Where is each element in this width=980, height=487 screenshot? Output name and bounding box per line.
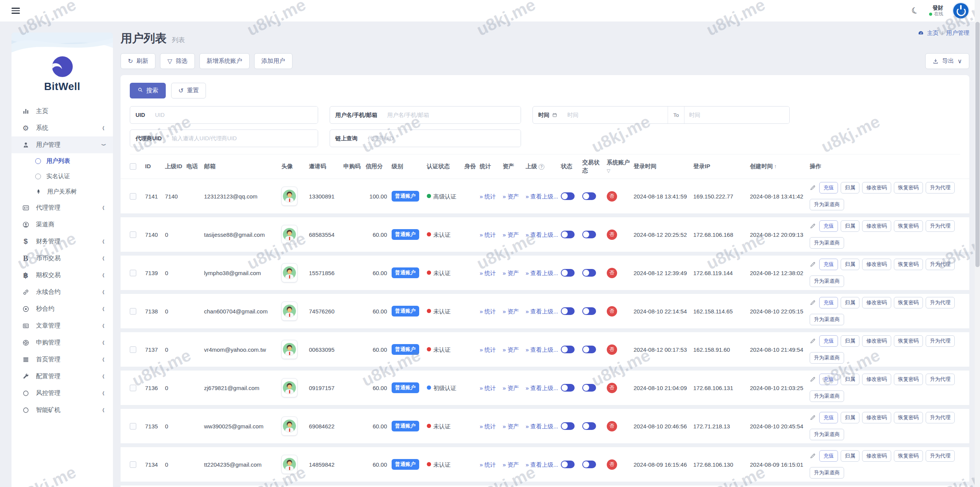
edit-pencil-icon[interactable] [810, 223, 816, 229]
trade-status-toggle[interactable] [582, 346, 596, 353]
op-button[interactable]: 升为代理 [926, 335, 955, 347]
sidebar-subitem[interactable]: 用户关系树 [11, 184, 113, 199]
op-button[interactable]: 修改密码 [862, 259, 891, 270]
op-button[interactable]: 修改密码 [862, 182, 891, 193]
op-button[interactable]: 修改密码 [862, 335, 891, 347]
sidebar-subitem[interactable]: 用户列表 [11, 153, 113, 169]
edit-pencil-icon[interactable] [810, 300, 816, 306]
view-parent-link[interactable]: » 查看上级... [526, 307, 559, 315]
row-checkbox[interactable] [130, 308, 136, 315]
trade-status-toggle[interactable] [582, 384, 596, 392]
stats-link[interactable]: » 统计 [480, 346, 500, 354]
row-checkbox[interactable] [130, 461, 136, 468]
time-end-input[interactable] [684, 107, 789, 123]
hamburger-menu-icon[interactable] [11, 6, 20, 15]
op-button-upgrade-channel[interactable]: 升为渠道商 [810, 390, 844, 402]
user-avatar-image[interactable] [281, 416, 297, 436]
sidebar-item[interactable]: 用户管理‹ [11, 136, 113, 153]
agent-uid-input[interactable] [167, 130, 318, 147]
op-button[interactable]: 升为代理 [926, 182, 955, 193]
sidebar-item[interactable]: 文章管理‹ [11, 317, 113, 334]
user-avatar-image[interactable] [281, 187, 297, 206]
op-button[interactable]: 充值 [819, 374, 838, 385]
edit-pencil-icon[interactable] [810, 453, 816, 459]
user-avatar-image[interactable] [281, 225, 297, 244]
op-button[interactable]: 升为代理 [926, 412, 955, 423]
sort-asc-icon[interactable]: ↑ [774, 163, 777, 169]
op-button[interactable]: 恢复密码 [894, 182, 923, 193]
trade-status-toggle[interactable] [582, 422, 596, 430]
stats-link[interactable]: » 统计 [480, 461, 500, 469]
sidebar-item[interactable]: 渠道商 [11, 216, 113, 233]
op-button[interactable]: 升为代理 [926, 450, 955, 462]
assets-link[interactable]: » 资产 [503, 461, 523, 469]
sidebar-item[interactable]: ⚙系统‹ [11, 120, 113, 136]
row-checkbox[interactable] [130, 270, 136, 276]
time-start-input[interactable] [563, 107, 668, 123]
op-button[interactable]: 恢复密码 [894, 259, 923, 270]
op-button[interactable]: 充值 [819, 182, 838, 193]
op-button-upgrade-channel[interactable]: 升为渠道商 [810, 237, 844, 249]
sidebar-item[interactable]: 主页 [11, 103, 113, 120]
op-button-upgrade-channel[interactable]: 升为渠道商 [810, 352, 844, 364]
assets-link[interactable]: » 资产 [503, 192, 523, 200]
sidebar-item[interactable]: $财务管理‹ [11, 233, 113, 250]
op-button[interactable]: 归属 [841, 297, 859, 308]
view-parent-link[interactable]: » 查看上级... [526, 346, 559, 354]
status-toggle[interactable] [561, 422, 575, 430]
sidebar-item[interactable]: 申购管理‹ [11, 334, 113, 351]
sidebar-item[interactable]: 配置管理‹ [11, 368, 113, 385]
assets-link[interactable]: » 资产 [503, 269, 523, 277]
assets-link[interactable]: » 资产 [503, 346, 523, 354]
op-button[interactable]: 升为代理 [926, 220, 955, 232]
user-avatar-image[interactable] [281, 455, 297, 474]
stats-link[interactable]: » 统计 [480, 384, 500, 392]
stats-link[interactable]: » 统计 [480, 192, 500, 200]
assets-link[interactable]: » 资产 [503, 231, 523, 239]
edit-pencil-icon[interactable] [810, 376, 816, 382]
edit-pencil-icon[interactable] [810, 261, 816, 267]
breadcrumb-home[interactable]: 主页 [927, 30, 939, 37]
status-toggle[interactable] [561, 461, 575, 468]
status-toggle[interactable] [561, 269, 575, 277]
sidebar-item[interactable]: B币币交易‹ [11, 250, 113, 267]
op-button[interactable]: 归属 [841, 335, 859, 347]
op-button[interactable]: 归属 [841, 220, 859, 232]
sidebar-item[interactable]: 风控管理‹ [11, 385, 113, 402]
status-toggle[interactable] [561, 192, 575, 200]
row-checkbox[interactable] [130, 231, 136, 238]
op-button[interactable]: 恢复密码 [894, 335, 923, 347]
op-button[interactable]: 修改密码 [862, 297, 891, 308]
sidebar-item[interactable]: 首页管理‹ [11, 351, 113, 368]
op-button[interactable]: 充值 [819, 335, 838, 347]
scrollbar[interactable] [975, 0, 980, 487]
stats-link[interactable]: » 统计 [480, 422, 500, 430]
op-button[interactable]: 升为代理 [926, 374, 955, 385]
op-button[interactable]: 恢复密码 [894, 412, 923, 423]
row-checkbox[interactable] [130, 346, 136, 353]
op-button[interactable]: 恢复密码 [894, 297, 923, 308]
op-button[interactable]: 升为代理 [926, 259, 955, 270]
trade-status-toggle[interactable] [582, 307, 596, 315]
row-checkbox[interactable] [130, 385, 136, 391]
breadcrumb-current[interactable]: 用户管理 [946, 30, 969, 37]
edit-pencil-icon[interactable] [810, 415, 816, 421]
op-button[interactable]: 归属 [841, 412, 859, 423]
sidebar-subitem[interactable]: 实名认证 [11, 169, 113, 184]
view-parent-link[interactable]: » 查看上级... [526, 461, 559, 469]
row-checkbox[interactable] [130, 423, 136, 430]
add-system-account-button[interactable]: 新增系统账户 [199, 53, 250, 69]
refresh-button[interactable]: ↻ 刷新 [121, 53, 155, 69]
view-parent-link[interactable]: » 查看上级... [526, 384, 559, 392]
sidebar-item[interactable]: ฿期权交易‹ [11, 267, 113, 284]
stats-link[interactable]: » 统计 [480, 231, 500, 239]
user-avatar-image[interactable] [281, 302, 297, 321]
op-button-upgrade-channel[interactable]: 升为渠道商 [810, 275, 844, 287]
op-button[interactable]: 充值 [819, 259, 838, 270]
sidebar-item[interactable]: 永续合约‹ [11, 284, 113, 300]
view-parent-link[interactable]: » 查看上级... [526, 231, 559, 239]
assets-link[interactable]: » 资产 [503, 422, 523, 430]
user-info[interactable]: 發財 在线 [929, 5, 943, 17]
assets-link[interactable]: » 资产 [503, 307, 523, 315]
stats-link[interactable]: » 统计 [480, 307, 500, 315]
